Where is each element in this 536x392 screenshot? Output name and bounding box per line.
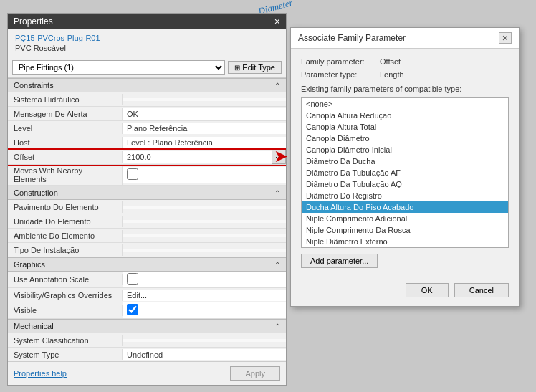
section-constraints-chevron: ⌃ <box>274 82 280 90</box>
prop-system-classification: System Classification <box>8 333 286 348</box>
prop-value: Undefined <box>123 349 286 360</box>
section-constraints[interactable]: Constraints ⌃ <box>8 78 286 92</box>
prop-label: Visible <box>8 305 123 316</box>
panel-title: Properties <box>14 16 53 27</box>
prop-label: Use Annotation Scale <box>8 274 123 285</box>
prop-label: Offset <box>8 151 123 163</box>
list-label: Existing family parameters of compatible… <box>301 85 509 93</box>
prop-value: Plano Referência <box>123 123 286 134</box>
panel-close-button[interactable]: × <box>274 16 280 27</box>
prop-use-annotation: Use Annotation Scale <box>8 272 286 288</box>
list-item[interactable]: Diâmetro Da Tubulação AF <box>302 167 508 178</box>
prop-value <box>123 302 286 318</box>
dialog-body: Family parameter: Offset Parameter type:… <box>291 49 519 277</box>
properties-panel: Properties × PÇ15-PVCros-Plug-R01 PVC Ro… <box>7 13 287 386</box>
prop-label: System Classification <box>8 335 123 346</box>
family-param-value: Offset <box>380 57 401 66</box>
list-item[interactable]: Ducha Altura Do Piso Acabado <box>302 201 508 213</box>
prop-value <box>123 272 286 287</box>
component-sub: PVC Roscável <box>15 44 66 52</box>
prop-moves-nearby: Moves With Nearby Elements <box>8 165 286 186</box>
prop-value[interactable]: Edit... <box>123 290 286 301</box>
properties-help-link[interactable]: Properties help <box>14 369 67 378</box>
param-type-value: Length <box>380 70 404 79</box>
prop-label: Sistema Hidráulico <box>8 94 123 105</box>
param-type-row: Parameter type: Length <box>301 70 509 79</box>
list-item[interactable]: Diâmetro Da Ducha <box>302 156 508 167</box>
prop-tipo-instalacao: Tipo De Instalação <box>8 243 286 257</box>
prop-visibility-graphics: Visibility/Graphics Overrides Edit... <box>8 288 286 302</box>
section-mechanical-title: Mechanical <box>14 322 54 330</box>
prop-label: Mensagem De Alerta <box>8 108 123 120</box>
prop-label: Pavimento Do Elemento <box>8 201 123 213</box>
prop-label: Moves With Nearby Elements <box>8 165 123 185</box>
list-item[interactable]: Niple Diâmetro Interno <box>302 247 508 248</box>
list-item[interactable]: Diâmetro Do Registro <box>302 190 508 201</box>
prop-value: 2100.0 <box>123 151 272 163</box>
cancel-button[interactable]: Cancel <box>454 283 509 297</box>
panel-titlebar: Properties × <box>8 14 286 29</box>
add-parameter-button[interactable]: Add parameter... <box>301 254 378 268</box>
section-mechanical[interactable]: Mechanical ⌃ <box>8 319 286 333</box>
dialog-footer: OK Cancel <box>291 277 519 306</box>
section-graphics[interactable]: Graphics ⌃ <box>8 257 286 272</box>
prop-label: Host <box>8 137 123 148</box>
ok-button[interactable]: OK <box>406 283 449 297</box>
prop-mensagem: Mensagem De Alerta OK <box>8 107 286 121</box>
section-graphics-title: Graphics <box>14 260 45 269</box>
prop-value: Level : Plano Referência <box>123 137 286 148</box>
list-item[interactable]: Canopla Altura Total <box>302 121 508 133</box>
dialog-title: Associate Family Parameter <box>298 33 406 43</box>
list-item[interactable]: Niple Comprimento Da Rosca <box>302 224 508 236</box>
prop-label: Level <box>8 123 123 134</box>
list-item[interactable]: Canopla Altura Redução <box>302 110 508 121</box>
prop-visible: Visible <box>8 302 286 319</box>
prop-label: Unidade Do Elemento <box>8 216 123 227</box>
associate-family-parameter-dialog: Associate Family Parameter × Family para… <box>290 27 520 307</box>
prop-offset: Offset 2100.0 ⋯ <box>8 150 286 165</box>
apply-button[interactable]: Apply <box>230 366 280 381</box>
prop-label: Tipo De Instalação <box>8 244 123 256</box>
family-param-row: Family parameter: Offset <box>301 57 509 66</box>
section-mechanical-chevron: ⌃ <box>274 322 280 330</box>
type-dropdown[interactable]: Pipe Fittings (1) <box>12 60 225 75</box>
component-name: PÇ15-PVCros-Plug-R01 <box>15 34 279 42</box>
properties-content: Constraints ⌃ Sistema Hidráulico Mensage… <box>8 78 286 361</box>
edit-type-button[interactable]: ⊞ Edit Type <box>228 61 282 74</box>
prop-sistema-hidraulico: Sistema Hidráulico <box>8 92 286 107</box>
edit-type-icon: ⊞ <box>234 64 240 72</box>
prop-label: Ambiente Do Elemento <box>8 230 123 242</box>
prop-value <box>123 249 286 252</box>
section-construction-chevron: ⌃ <box>274 189 280 197</box>
panel-footer: Properties help Apply <box>8 361 286 385</box>
prop-value <box>123 234 286 237</box>
dialog-close-button[interactable]: × <box>499 32 512 44</box>
prop-host: Host Level : Plano Referência <box>8 135 286 150</box>
prop-value <box>123 206 286 209</box>
prop-value <box>123 98 286 101</box>
list-item[interactable]: Diâmetro Da Tubulação AQ <box>302 178 508 190</box>
use-annotation-checkbox[interactable] <box>127 273 138 285</box>
list-item[interactable]: Canopla Diâmetro <box>302 133 508 144</box>
section-graphics-chevron: ⌃ <box>274 261 280 269</box>
prop-system-type: System Type Undefined <box>8 348 286 361</box>
prop-pavimento: Pavimento Do Elemento <box>8 200 286 214</box>
parameter-list[interactable]: <none>Canopla Altura ReduçãoCanopla Altu… <box>301 97 509 248</box>
list-item[interactable]: Niple Comprimento Adicional <box>302 213 508 224</box>
dialog-titlebar: Associate Family Parameter × <box>291 28 519 49</box>
list-item[interactable]: Niple Diâmetro Externo <box>302 236 508 247</box>
prop-value <box>123 220 286 223</box>
moves-nearby-checkbox[interactable] <box>127 168 138 180</box>
edit-type-label: Edit Type <box>242 63 275 72</box>
prop-ambiente: Ambiente Do Elemento <box>8 229 286 243</box>
red-arrow-indicator: ➤ <box>274 146 288 166</box>
list-item[interactable]: Canopla Diâmetro Inicial <box>302 144 508 156</box>
family-param-label: Family parameter: <box>301 57 380 66</box>
component-info: PÇ15-PVCros-Plug-R01 PVC Roscável <box>8 29 286 57</box>
list-item[interactable]: <none> <box>302 98 508 110</box>
prop-unidade: Unidade Do Elemento <box>8 214 286 229</box>
section-construction[interactable]: Construction ⌃ <box>8 186 286 200</box>
visible-checkbox[interactable] <box>127 304 138 315</box>
prop-value <box>123 339 286 342</box>
param-type-label: Parameter type: <box>301 70 380 79</box>
